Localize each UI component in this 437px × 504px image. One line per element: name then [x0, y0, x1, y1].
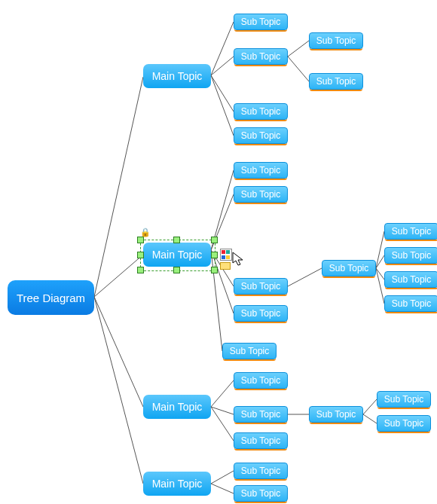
svg-line-4 [211, 22, 234, 75]
sub-topic-node[interactable]: Sub Topic [234, 186, 288, 203]
sub-topic-node[interactable]: Sub Topic [384, 247, 437, 264]
connector-lines [0, 0, 437, 504]
sub-topic-node[interactable]: Sub Topic [234, 278, 288, 295]
svg-line-20 [211, 380, 234, 407]
sub-label: Sub Topic [241, 435, 280, 446]
sub-topic-node[interactable]: Sub Topic [384, 223, 437, 240]
sub-topic-node[interactable]: Sub Topic [222, 343, 277, 359]
svg-line-9 [288, 57, 309, 81]
main-topic-node-selected[interactable]: Main Topic [143, 243, 211, 267]
resize-handle[interactable] [137, 237, 144, 243]
sub-topic-node[interactable]: Sub Topic [234, 406, 288, 423]
sub-topic-node[interactable]: Sub Topic [309, 406, 363, 423]
sub-topic-node[interactable]: Sub Topic [234, 14, 288, 30]
svg-line-27 [211, 484, 234, 493]
sub-label: Sub Topic [329, 263, 368, 273]
svg-line-6 [211, 75, 234, 111]
sub-topic-node[interactable]: Sub Topic [384, 271, 437, 288]
sub-topic-node[interactable]: Sub Topic [234, 372, 288, 389]
svg-line-8 [288, 41, 309, 57]
sub-label: Sub Topic [241, 409, 280, 420]
sub-topic-node[interactable]: Sub Topic [377, 391, 431, 408]
sub-topic-node[interactable]: Sub Topic [234, 162, 288, 179]
sub-topic-node[interactable]: Sub Topic [234, 127, 288, 144]
diagram-canvas[interactable]: Tree Diagram Main Topic Main Topic Main … [0, 0, 437, 504]
main-label: Main Topic [152, 478, 203, 490]
svg-line-19 [376, 268, 384, 304]
main-label: Main Topic [152, 401, 203, 413]
svg-line-25 [363, 414, 377, 423]
resize-handle[interactable] [137, 252, 144, 258]
sub-label: Sub Topic [241, 130, 280, 141]
sub-label: Sub Topic [241, 375, 280, 386]
svg-line-3 [94, 297, 143, 484]
resize-handle[interactable] [211, 252, 218, 258]
sub-label: Sub Topic [241, 165, 280, 176]
sub-label: Sub Topic [316, 409, 356, 420]
resize-handle[interactable] [137, 267, 144, 273]
main-topic-node[interactable]: Main Topic [143, 64, 211, 88]
cursor-icon [232, 252, 246, 267]
sub-topic-node[interactable]: Sub Topic [234, 48, 288, 65]
sub-label: Sub Topic [392, 226, 431, 237]
sub-label: Sub Topic [241, 308, 280, 319]
svg-line-15 [288, 268, 322, 286]
sub-topic-node[interactable]: Sub Topic [234, 432, 288, 449]
lock-icon: 🔒 [140, 228, 151, 237]
sub-label: Sub Topic [241, 488, 280, 499]
svg-line-22 [211, 407, 234, 441]
main-label: Main Topic [152, 249, 203, 261]
sub-label: Sub Topic [241, 17, 280, 27]
sub-label: Sub Topic [241, 281, 280, 292]
sub-label: Sub Topic [316, 35, 356, 46]
svg-line-18 [376, 268, 384, 279]
sub-label: Sub Topic [316, 76, 356, 87]
svg-line-16 [376, 231, 384, 268]
svg-line-7 [211, 75, 234, 136]
action-tag[interactable] [220, 262, 231, 270]
sub-topic-node[interactable]: Sub Topic [309, 32, 363, 49]
svg-line-17 [376, 255, 384, 268]
sub-label: Sub Topic [230, 346, 269, 356]
svg-line-2 [94, 297, 143, 407]
svg-line-1 [94, 255, 143, 297]
sub-topic-node[interactable]: Sub Topic [234, 463, 288, 479]
sub-label: Sub Topic [241, 106, 280, 117]
sub-topic-node[interactable]: Sub Topic [234, 485, 288, 502]
sub-label: Sub Topic [384, 394, 423, 405]
resize-handle[interactable] [211, 267, 218, 273]
sub-topic-node[interactable]: Sub Topic [234, 103, 288, 120]
sub-label: Sub Topic [392, 298, 431, 309]
root-node[interactable]: Tree Diagram [8, 280, 94, 315]
svg-line-26 [211, 471, 234, 484]
svg-line-24 [363, 399, 377, 414]
svg-line-5 [211, 57, 234, 75]
sub-topic-node[interactable]: Sub Topic [309, 73, 363, 90]
sub-label: Sub Topic [241, 51, 280, 62]
smart-tag-button[interactable] [220, 249, 232, 261]
root-label: Tree Diagram [17, 292, 85, 304]
sub-label: Sub Topic [241, 466, 280, 476]
main-topic-node[interactable]: Main Topic [143, 395, 211, 419]
svg-line-21 [211, 407, 234, 414]
resize-handle[interactable] [173, 267, 180, 273]
resize-handle[interactable] [211, 237, 218, 243]
sub-topic-node[interactable]: Sub Topic [234, 305, 288, 322]
sub-label: Sub Topic [241, 189, 280, 200]
svg-line-0 [94, 77, 143, 297]
resize-handle[interactable] [173, 237, 180, 243]
sub-topic-node[interactable]: Sub Topic [322, 260, 376, 276]
sub-topic-node[interactable]: Sub Topic [377, 415, 431, 432]
sub-label: Sub Topic [392, 250, 431, 261]
sub-topic-node[interactable]: Sub Topic [384, 295, 437, 312]
main-label: Main Topic [152, 70, 203, 82]
sub-label: Sub Topic [392, 274, 431, 285]
main-topic-node[interactable]: Main Topic [143, 472, 211, 496]
svg-marker-28 [233, 252, 243, 265]
sub-label: Sub Topic [384, 418, 423, 429]
